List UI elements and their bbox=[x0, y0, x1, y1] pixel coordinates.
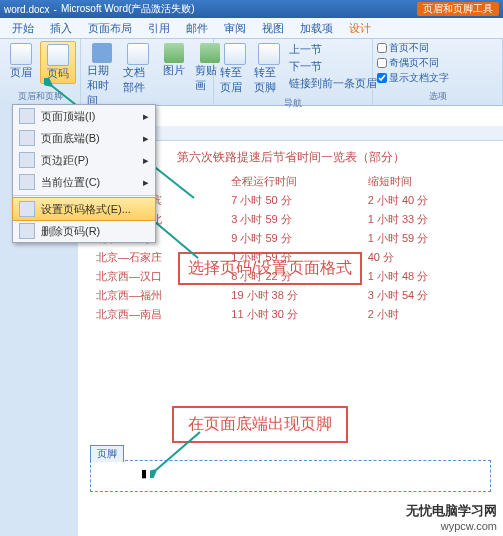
menu-page-margin[interactable]: 页边距(P)▸ bbox=[13, 149, 155, 171]
pagenum-menu: 页面顶端(I)▸ 页面底端(B)▸ 页边距(P)▸ 当前位置(C)▸ 设置页码格… bbox=[12, 104, 156, 243]
table-row: 北京西—福州19 小时 38 分3 小时 54 分 bbox=[92, 286, 489, 305]
gohdr-icon bbox=[224, 43, 246, 65]
datetime-button[interactable]: 日期和时间 bbox=[85, 41, 119, 110]
menu-page-format[interactable]: 设置页码格式(E)... bbox=[12, 197, 156, 221]
tab-home[interactable]: 开始 bbox=[4, 21, 42, 36]
cursor-icon: ▮ bbox=[141, 467, 147, 480]
showdoc-checkbox[interactable]: 显示文档文字 bbox=[377, 71, 498, 85]
menu-page-top[interactable]: 页面顶端(I)▸ bbox=[13, 105, 155, 127]
link-prev-button[interactable]: 链接到前一条页眉 bbox=[286, 75, 380, 92]
docparts-button[interactable]: 文档部件 bbox=[121, 41, 155, 110]
page-bottom-icon bbox=[19, 130, 35, 146]
page-top-icon bbox=[19, 108, 35, 124]
datetime-icon bbox=[92, 43, 112, 63]
title-bar: word.docx - Microsoft Word(产品激活失败) 页眉和页脚… bbox=[0, 0, 503, 18]
watermark-en: wypcw.com bbox=[406, 520, 497, 532]
page-current-icon bbox=[19, 174, 35, 190]
group-hf-label: 页眉和页脚 bbox=[4, 90, 76, 103]
tab-design[interactable]: 设计 bbox=[341, 21, 379, 36]
tab-layout[interactable]: 页面布局 bbox=[80, 21, 140, 36]
header-button[interactable]: 页眉 bbox=[4, 41, 38, 84]
goftr-button[interactable]: 转至页脚 bbox=[252, 41, 286, 97]
app-name: Microsoft Word(产品激活失败) bbox=[61, 2, 195, 16]
contextual-tab: 页眉和页脚工具 bbox=[417, 2, 499, 16]
menu-page-bottom[interactable]: 页面底端(B)▸ bbox=[13, 127, 155, 149]
annotation-select-format: 选择页码/设置页面格式 bbox=[178, 252, 362, 285]
gohdr-button[interactable]: 转至页眉 bbox=[218, 41, 252, 97]
tab-addins[interactable]: 加载项 bbox=[292, 21, 341, 36]
tab-insert[interactable]: 插入 bbox=[42, 21, 80, 36]
next-section-button[interactable]: 下一节 bbox=[286, 58, 380, 75]
watermark-cn: 无忧电脑学习网 bbox=[406, 502, 497, 520]
tab-references[interactable]: 引用 bbox=[140, 21, 178, 36]
tab-view[interactable]: 视图 bbox=[254, 21, 292, 36]
ribbon: 页眉 页码 页眉和页脚 日期和时间 文档部件 图片 剪贴画 插入 转至页眉 转至… bbox=[0, 39, 503, 106]
oddeven-checkbox[interactable]: 奇偶页不同 bbox=[377, 56, 498, 70]
group-opt-label: 选项 bbox=[377, 90, 498, 103]
page-format-icon bbox=[19, 201, 35, 217]
footer-tab-label: 页脚 bbox=[90, 445, 124, 462]
pagenum-button[interactable]: 页码 bbox=[40, 41, 76, 84]
menu-page-current[interactable]: 当前位置(C)▸ bbox=[13, 171, 155, 193]
ribbon-tabs: 开始 插入 页面布局 引用 邮件 审阅 视图 加载项 设计 bbox=[0, 18, 503, 39]
footer-region[interactable]: 页脚 ▮ bbox=[90, 460, 491, 492]
watermark: 无忧电脑学习网 wypcw.com bbox=[406, 502, 497, 532]
prev-section-button[interactable]: 上一节 bbox=[286, 41, 380, 58]
goftr-icon bbox=[258, 43, 280, 65]
picture-icon bbox=[164, 43, 184, 63]
group-nav-label: 导航 bbox=[218, 97, 368, 110]
menu-page-remove[interactable]: 删除页码(R) bbox=[13, 220, 155, 242]
menu-separator bbox=[13, 195, 155, 196]
page-remove-icon bbox=[19, 223, 35, 239]
tab-mailings[interactable]: 邮件 bbox=[178, 21, 216, 36]
file-name: word.docx bbox=[4, 4, 50, 15]
table-row: 北京西—南昌11 小时 30 分2 小时 bbox=[92, 305, 489, 324]
firstpage-checkbox[interactable]: 首页不同 bbox=[377, 41, 498, 55]
picture-button[interactable]: 图片 bbox=[157, 41, 191, 110]
annotation-footer-appears: 在页面底端出现页脚 bbox=[172, 406, 348, 443]
header-icon bbox=[10, 43, 32, 65]
page-margin-icon bbox=[19, 152, 35, 168]
docparts-icon bbox=[127, 43, 149, 65]
pagenum-icon bbox=[47, 44, 69, 66]
tab-review[interactable]: 审阅 bbox=[216, 21, 254, 36]
